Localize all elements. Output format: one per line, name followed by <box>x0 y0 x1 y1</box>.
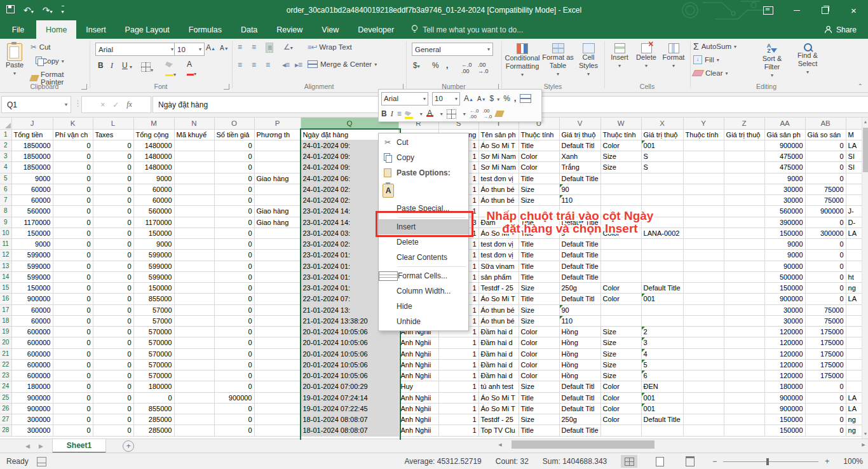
cell[interactable]: 20-01-2024 10:05:06 <box>301 370 398 381</box>
cell[interactable]: 0 <box>53 337 93 348</box>
cell[interactable]: 0 <box>805 381 846 392</box>
cell[interactable]: 0 <box>214 283 254 294</box>
cell[interactable]: Testdf - 25 <box>478 414 519 425</box>
cell[interactable]: Default Title <box>641 414 683 425</box>
tell-me-box[interactable]: Tell me what you want to do... <box>411 20 523 39</box>
cell[interactable]: 2 <box>641 327 683 337</box>
cell[interactable]: Anh Nghii <box>398 425 438 436</box>
cell[interactable] <box>254 162 301 173</box>
cell[interactable] <box>683 261 724 271</box>
cell[interactable] <box>478 206 519 217</box>
cell[interactable] <box>641 239 683 250</box>
cell[interactable]: Color <box>600 403 641 414</box>
cell[interactable]: 0 <box>214 173 254 184</box>
cell[interactable]: 0 <box>93 359 133 370</box>
cell[interactable]: 0 <box>53 271 93 282</box>
page-break-view-button[interactable] <box>682 455 698 468</box>
select-all-corner[interactable] <box>0 118 11 129</box>
cell[interactable]: 20-01-2024 10:05:06 <box>301 359 398 370</box>
cell[interactable]: LA <box>846 228 862 238</box>
cell[interactable]: 30000 <box>764 315 805 326</box>
cell[interactable]: 285000 <box>133 414 174 425</box>
row-header[interactable]: 18 <box>0 315 11 326</box>
menu-item-clear-contents[interactable]: Clear Contents <box>379 250 468 265</box>
cell[interactable]: 0 <box>214 228 254 238</box>
cell[interactable]: Tổng cộng <box>133 129 174 140</box>
cell[interactable]: 60000 <box>11 315 53 326</box>
scroll-down-icon[interactable]: ▼ <box>862 430 868 438</box>
column-header-L[interactable]: L <box>93 118 133 129</box>
cell[interactable] <box>683 228 724 238</box>
cell[interactable]: Áo thun bé <box>478 184 519 194</box>
name-box-dropdown-icon[interactable]: ▾ <box>65 102 67 107</box>
cell[interactable]: 599000 <box>133 261 174 271</box>
cell[interactable]: Áo So Mi T <box>478 294 519 304</box>
cell[interactable] <box>254 151 301 162</box>
cell[interactable]: 600000 <box>11 327 53 337</box>
cell[interactable] <box>641 184 683 194</box>
cell[interactable]: 9000 <box>133 173 174 184</box>
row-header[interactable]: 23 <box>0 370 11 381</box>
cell[interactable]: 18-01-2024 08:08:07 <box>301 425 398 436</box>
cell[interactable]: Title <box>519 239 559 250</box>
cell[interactable]: Title <box>519 228 559 238</box>
cell[interactable]: Top TV Clu <box>478 425 519 436</box>
cell[interactable]: 500000 <box>764 271 805 282</box>
cell[interactable] <box>724 261 764 271</box>
cell[interactable]: 30000 <box>764 304 805 315</box>
cell[interactable] <box>683 271 724 282</box>
menu-item-paste-options[interactable]: Paste Options: <box>379 165 468 180</box>
cell[interactable]: Default Title <box>559 250 600 261</box>
cell[interactable] <box>724 140 764 151</box>
cell[interactable] <box>174 304 214 315</box>
cell[interactable] <box>254 337 301 348</box>
cell[interactable]: 0 <box>805 250 846 261</box>
menu-item-unhide[interactable]: Unhide <box>379 314 468 329</box>
cell[interactable]: 150000 <box>133 228 174 238</box>
cell[interactable]: Title <box>519 261 559 271</box>
row-header[interactable]: 25 <box>0 392 11 403</box>
cell[interactable]: Thuộc tính <box>683 129 724 140</box>
cell[interactable]: Default Titl <box>559 140 600 151</box>
cell[interactable]: 75000 <box>805 315 846 326</box>
cell[interactable]: 0 <box>53 228 93 238</box>
cell[interactable]: 0 <box>53 392 93 403</box>
zoom-in-icon[interactable]: + <box>825 457 829 466</box>
cell[interactable]: Size <box>519 315 559 326</box>
cell[interactable]: 1480000 <box>133 140 174 151</box>
cell[interactable]: 1 <box>438 403 478 414</box>
collapse-ribbon-icon[interactable]: ⌃ <box>858 83 863 90</box>
cell[interactable] <box>683 327 724 337</box>
menu-item-cut[interactable]: ✂Cut <box>379 135 468 150</box>
cell[interactable]: 150000 <box>11 228 53 238</box>
macro-record-icon[interactable] <box>37 457 46 466</box>
cell[interactable]: 0 <box>53 217 93 228</box>
cell[interactable]: Sơ Mi Nam <box>478 162 519 173</box>
close-button[interactable]: × <box>839 0 868 20</box>
cell[interactable]: Size <box>600 337 641 348</box>
cell[interactable]: 599000 <box>11 271 53 282</box>
cell[interactable]: 0 <box>93 381 133 392</box>
cell[interactable] <box>600 239 641 250</box>
cell[interactable]: 150000 <box>11 283 53 294</box>
cell[interactable]: Áo So Mi T <box>478 140 519 151</box>
cell[interactable] <box>724 381 764 392</box>
cell[interactable]: 570000 <box>133 348 174 359</box>
cell[interactable] <box>683 140 724 151</box>
tab-review[interactable]: Review <box>267 20 312 39</box>
column-header-P[interactable]: P <box>254 118 301 129</box>
cell[interactable]: 150000 <box>764 283 805 294</box>
cell[interactable]: Phí vận ch <box>53 129 93 140</box>
cell[interactable]: Áo thun bé <box>478 315 519 326</box>
cell[interactable]: 0 <box>93 370 133 381</box>
autosum-button[interactable]: ΣAutoSum▾ <box>693 41 736 51</box>
cell[interactable]: D- <box>846 217 862 228</box>
cell[interactable]: 75000 <box>805 304 846 315</box>
cell[interactable]: 0 <box>214 140 254 151</box>
cell[interactable]: Hồng <box>559 337 600 348</box>
row-header[interactable]: 26 <box>0 403 11 414</box>
cell[interactable]: Color <box>600 294 641 304</box>
font-dialog-launcher-icon[interactable] <box>224 84 229 90</box>
cell[interactable]: 90000 <box>764 261 805 271</box>
cell[interactable]: 175000 <box>805 327 846 337</box>
